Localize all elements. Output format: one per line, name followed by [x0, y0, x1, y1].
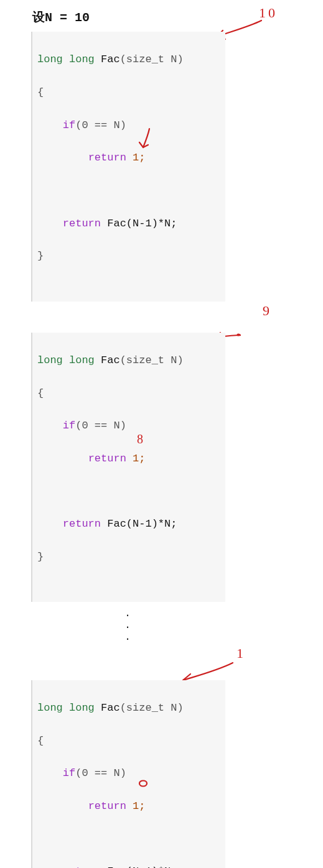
code-token: 1; — [126, 800, 146, 812]
code-token: Fac — [101, 354, 120, 366]
code-token: 1; — [126, 152, 146, 164]
code-token: { — [37, 387, 44, 399]
code-token: long long — [37, 354, 95, 366]
code-token: )*N; — [152, 218, 177, 229]
code-token: if — [63, 420, 75, 432]
code-token: (0 == N) — [75, 119, 126, 131]
code-token: return — [88, 152, 126, 164]
heading-prefix: 设 — [32, 10, 45, 24]
code-token: -1 — [139, 218, 151, 229]
code-token: (size_t N) — [120, 702, 184, 714]
annotation-value: 1 — [236, 645, 243, 662]
code-token: (size_t N) — [120, 354, 184, 366]
code-token: Fac(N-1)*N; — [101, 518, 177, 530]
code-token: Fac — [101, 53, 120, 65]
code-token: if — [63, 119, 75, 131]
code-token: (0 == N) — [75, 767, 126, 779]
heading: 设N = 10 — [32, 9, 323, 25]
code-token: { — [37, 86, 44, 98]
code-token: (0 == N) — [75, 420, 126, 432]
code-token: Fac — [101, 702, 120, 714]
code-token: return — [88, 800, 126, 812]
code-token: (size_t N) — [120, 53, 184, 65]
ellipsis-dot: . — [31, 607, 224, 619]
code-token: if — [63, 767, 75, 779]
ellipsis: . . . — [31, 607, 224, 643]
code-token: return — [63, 866, 101, 868]
code-token: 1; — [126, 453, 146, 464]
code-token: return — [88, 453, 126, 464]
code-block: long long Fac(size_t N) { if(0 == N) ret… — [31, 333, 225, 603]
code-token: Fac(N-1)*N; — [101, 866, 177, 868]
ellipsis-dot: . — [31, 619, 224, 630]
code-token: return — [63, 518, 101, 530]
annotation-value: 9 — [263, 303, 269, 319]
code-token: { — [37, 735, 44, 747]
ellipsis-dot: . — [31, 630, 224, 642]
code-token: } — [37, 551, 44, 563]
code-token: Fac(N — [101, 218, 139, 229]
code-token: long long — [37, 53, 95, 65]
code-block: long long Fac(size_t N) { if(0 == N) ret… — [31, 680, 225, 868]
heading-expr: N = 10 — [45, 11, 90, 25]
code-token: } — [37, 250, 44, 262]
code-block: long long Fac(size_t N) { if(0 == N) ret… — [31, 32, 225, 302]
code-token: return — [63, 218, 101, 229]
code-token: long long — [37, 702, 95, 714]
